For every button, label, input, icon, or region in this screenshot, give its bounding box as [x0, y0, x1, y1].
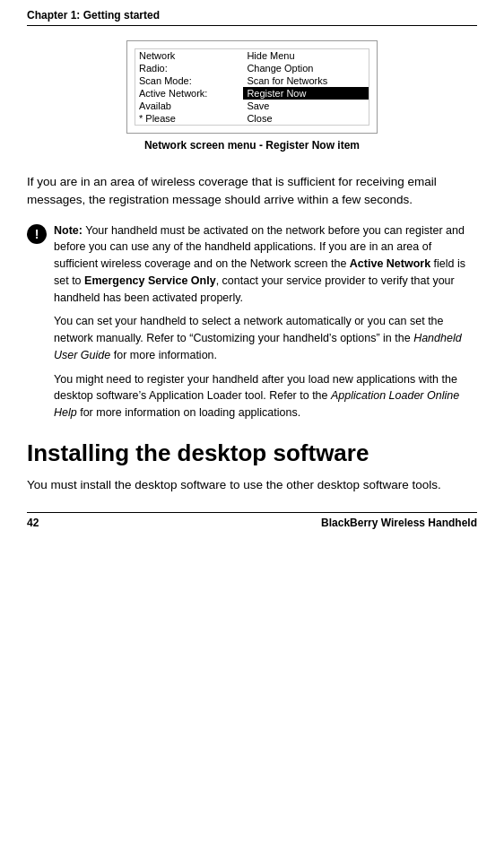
- menu-cell-right-highlighted: Register Now: [243, 87, 369, 100]
- warning-icon: !: [35, 227, 39, 241]
- handheld-user-guide-ref: Handheld User Guide: [54, 332, 462, 361]
- intro-paragraph: If you are in an area of wireless covera…: [27, 173, 477, 210]
- product-name: BlackBerry Wireless Handheld: [321, 517, 477, 529]
- section-body: You must install the desktop software to…: [27, 476, 477, 494]
- menu-row-1: Network Hide Menu: [135, 49, 369, 62]
- active-network-label: Active Network: [350, 257, 430, 270]
- menu-table: Network Hide Menu Radio: Change Option S…: [135, 49, 369, 125]
- menu-cell-right: Close: [243, 112, 369, 125]
- menu-row-3: Scan Mode: Scan for Networks: [135, 74, 369, 87]
- page-number: 42: [27, 517, 39, 529]
- emergency-service-label: Emergency Service Only: [84, 274, 216, 287]
- page-footer: 42 BlackBerry Wireless Handheld: [27, 512, 477, 529]
- note-paragraph-3: You might need to register your handheld…: [54, 371, 477, 422]
- note-label: Note:: [54, 224, 83, 237]
- menu-cell-left: * Please: [135, 112, 243, 125]
- note-icon: !: [27, 224, 47, 244]
- note-paragraph-1: Note: Your handheld must be activated on…: [54, 222, 477, 307]
- menu-row-6: * Please Close: [135, 112, 369, 125]
- chapter-header: Chapter 1: Getting started: [27, 9, 477, 26]
- menu-cell-left: Network: [135, 49, 243, 62]
- app-loader-ref: Application Loader Online Help: [54, 389, 459, 419]
- menu-row-2: Radio: Change Option: [135, 62, 369, 74]
- menu-cell-right: Scan for Networks: [243, 74, 369, 87]
- screenshot-section: Network Hide Menu Radio: Change Option S…: [27, 40, 477, 164]
- screenshot-caption: Network screen menu - Register Now item: [144, 139, 360, 152]
- menu-cell-left: Availab: [135, 100, 243, 112]
- menu-cell-left: Active Network:: [135, 87, 243, 100]
- section-heading: Installing the desktop software: [27, 439, 477, 467]
- menu-cell-left: Scan Mode:: [135, 74, 243, 87]
- menu-row-4: Active Network: Register Now: [135, 87, 369, 100]
- menu-cell-left: Radio:: [135, 62, 243, 74]
- menu-row-5: Availab Save: [135, 100, 369, 112]
- screenshot-inner: Network Hide Menu Radio: Change Option S…: [135, 48, 369, 126]
- note-paragraph-2: You can set your handheld to select a ne…: [54, 313, 477, 363]
- menu-cell-right: Change Option: [243, 62, 369, 74]
- menu-cell-right: Hide Menu: [243, 49, 369, 62]
- screenshot-box: Network Hide Menu Radio: Change Option S…: [126, 40, 378, 134]
- note-content: Note: Your handheld must be activated on…: [54, 222, 477, 422]
- menu-cell-right: Save: [243, 100, 369, 112]
- note-box: ! Note: Your handheld must be activated …: [27, 222, 477, 422]
